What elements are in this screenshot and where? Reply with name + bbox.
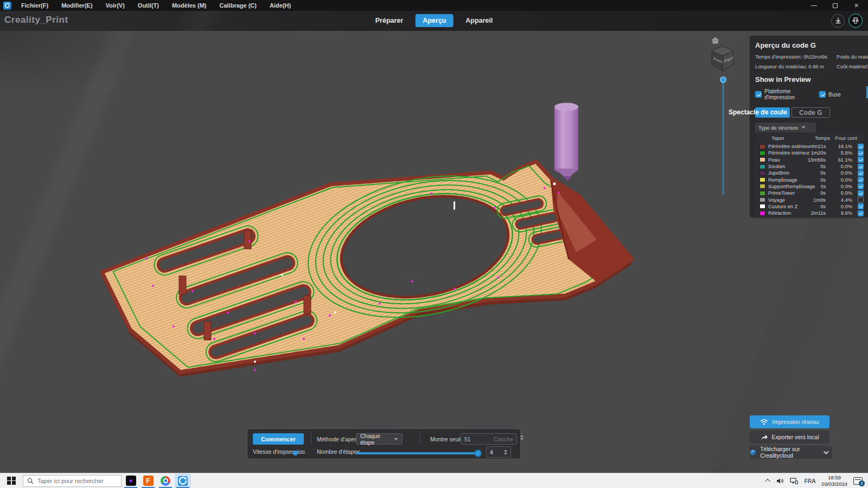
table-row: Périmètre intérieur1m20s5.8% (755, 150, 864, 156)
layer-slider[interactable] (722, 76, 724, 197)
tab-appareil[interactable]: Appareil (458, 14, 500, 27)
color-swatch (760, 191, 765, 196)
stat-material-weight: Poids du matériau (837, 54, 868, 60)
tab-color-scheme[interactable]: Spectacle de coule (755, 107, 790, 118)
taskbar-app-f[interactable]: F (140, 473, 156, 488)
upload-crealitycloud-button[interactable]: Télécharger sur Crealitycloud (750, 446, 829, 459)
menu-aide[interactable]: Aide(H) (270, 2, 291, 9)
notification-center-icon[interactable]: 2 (853, 477, 863, 485)
tab-gcode[interactable]: Code G (792, 107, 830, 118)
user-avatar[interactable] (848, 14, 863, 28)
row-visibility-checkbox[interactable] (858, 170, 864, 176)
row-visibility-checkbox[interactable] (858, 157, 864, 163)
row-visibility-checkbox[interactable] (858, 190, 864, 196)
chevron-down-icon (801, 126, 806, 129)
structure-table: Taper Temps Pour cent Périmètre extérieu… (755, 132, 864, 219)
row-visibility-checkbox[interactable] (858, 164, 864, 170)
menu-modeles[interactable]: Modèles (M) (172, 2, 207, 9)
tab-apercu[interactable]: Aperçu (416, 14, 453, 27)
steps-slider[interactable] (356, 449, 481, 458)
search-icon (27, 478, 34, 484)
taskbar-app-chrome[interactable] (157, 473, 174, 488)
preview-control-bar: Commencer Méthode d'aperçu Chaque étape … (247, 428, 521, 459)
network-icon[interactable] (790, 478, 798, 484)
layer-stepper[interactable] (520, 435, 524, 440)
menu-modifier[interactable]: Modifier(E) (61, 2, 92, 9)
language-indicator[interactable]: FRA (804, 478, 815, 484)
taskbar-app-creality[interactable] (175, 473, 191, 488)
row-visibility-checkbox[interactable] (858, 150, 864, 156)
menu-fichier[interactable]: Fichier(F) (21, 2, 48, 9)
network-print-button[interactable]: Impression réseau (750, 415, 829, 428)
menu-bar: Fichier(F) Modifier(E) Voir(V) Outil(T) … (0, 0, 868, 11)
heart-app-icon: ♥ (126, 476, 136, 486)
volume-icon[interactable] (776, 478, 784, 484)
stat-material-cost: Coût matériel: 0 (837, 63, 868, 69)
steps-value-input[interactable]: 4 (486, 446, 511, 458)
panel-title: Aperçu du code G (755, 41, 868, 49)
color-swatch (760, 151, 765, 156)
color-swatch (760, 211, 765, 216)
layer-slider-handle[interactable] (720, 76, 726, 83)
row-visibility-checkbox[interactable] (858, 210, 864, 216)
viewport-3d[interactable]: Front Right Aperçu du code G Temps d'imp… (0, 31, 868, 473)
chevron-down-icon (823, 449, 828, 454)
row-visibility-checkbox[interactable] (858, 183, 864, 189)
gcode-preview-panel: Aperçu du code G Temps d'impression: 0h2… (749, 35, 868, 218)
color-swatch (760, 144, 765, 149)
col-type: Taper (771, 135, 805, 141)
menu-calibrage[interactable]: Calibrage (C) (220, 2, 257, 9)
creality-app-icon (178, 476, 188, 486)
platform-checkbox[interactable] (755, 91, 762, 98)
layer-number-input[interactable]: 51 Couche (461, 433, 517, 445)
minimize-button[interactable] (811, 3, 817, 9)
taskbar-search[interactable] (23, 475, 122, 487)
color-swatch (760, 171, 765, 176)
f-app-icon: F (143, 476, 154, 486)
show-only-label: Montre seulement (430, 436, 461, 442)
start-button[interactable]: Commencer (253, 433, 304, 445)
menu-outil[interactable]: Outil(T) (138, 2, 159, 9)
gcode-model-render (0, 31, 868, 473)
view-cube[interactable]: Front Right (710, 45, 736, 75)
print-speed-handle[interactable] (293, 451, 298, 455)
steps-slider-handle[interactable] (474, 450, 482, 457)
row-visibility-checkbox[interactable] (858, 144, 864, 150)
windows-taskbar: ♥ F FRA 18:59 03/03/2024 2 (0, 473, 868, 488)
layer-slider-track[interactable] (723, 81, 724, 195)
creality-logo-icon (3, 2, 11, 10)
table-row: Voyage1m0s4.4% (755, 196, 864, 203)
structure-type-dropdown[interactable]: Type de structure (755, 123, 816, 132)
download-icon[interactable] (831, 14, 845, 28)
steps-label: Nombre d'étapes (317, 448, 360, 455)
crealitycloud-icon (750, 449, 756, 456)
maximize-button[interactable] (832, 3, 838, 9)
more-export-options-button[interactable] (818, 446, 832, 459)
row-visibility-checkbox[interactable] (858, 203, 864, 209)
tray-expand-icon[interactable] (765, 479, 771, 484)
table-row: Périmètre extérieur4m21s19.1% (755, 143, 864, 150)
layer-unit-label: Couche (494, 436, 513, 442)
tab-preparer[interactable]: Préparer (368, 14, 410, 27)
table-row: PrimeTower0s0.0% (755, 190, 864, 196)
taskbar-app-heart[interactable]: ♥ (123, 473, 139, 488)
close-button[interactable]: × (853, 3, 859, 9)
menu-voir[interactable]: Voir(V) (106, 2, 125, 9)
table-row: Couture en Z0s0.0% (755, 203, 864, 210)
search-input[interactable] (37, 478, 113, 484)
color-swatch (760, 157, 765, 162)
export-arrow-icon (761, 434, 768, 440)
row-visibility-checkbox[interactable] (858, 197, 864, 203)
taskbar-clock[interactable]: 18:59 03/03/2024 (821, 474, 847, 487)
export-local-button[interactable]: Exporter vers local (750, 431, 829, 444)
notification-badge: 2 (859, 480, 865, 486)
row-visibility-checkbox[interactable] (858, 177, 864, 183)
nozzle-checkbox[interactable] (819, 91, 826, 98)
checkbox-nozzle[interactable]: Buse (819, 91, 841, 98)
start-menu-button[interactable] (0, 473, 23, 488)
print-speed-slider[interactable] (281, 451, 305, 456)
table-row: JupeBrim0s0.0% (755, 170, 864, 176)
checkbox-platform[interactable]: Plateforme d'impression (755, 88, 819, 100)
preview-method-select[interactable]: Chaque étape (356, 433, 403, 445)
color-swatch (760, 197, 765, 202)
